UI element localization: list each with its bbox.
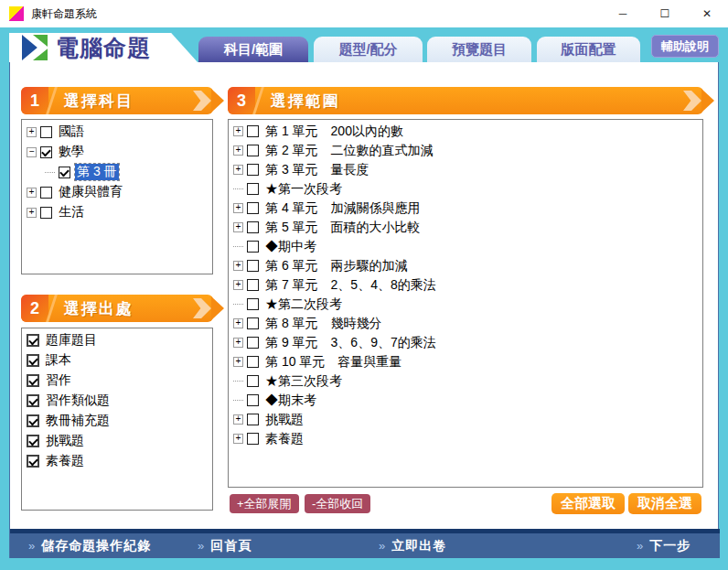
checkbox[interactable] <box>247 183 259 195</box>
tree-item[interactable]: +第 3 單元 量長度 <box>233 160 702 179</box>
expand-toggle-icon[interactable]: + <box>233 318 243 328</box>
deselect-all-button[interactable]: 取消全選 <box>628 493 701 514</box>
checkbox[interactable] <box>247 414 259 425</box>
checkbox[interactable] <box>27 354 39 367</box>
tree-item[interactable]: +素養題 <box>233 429 702 448</box>
check-item[interactable]: 挑戰題 <box>27 431 212 451</box>
item-label[interactable]: 教冊補充題 <box>44 413 112 429</box>
check-item[interactable]: 教冊補充題 <box>27 411 212 431</box>
item-label[interactable]: 國語 <box>57 124 86 140</box>
checkbox[interactable] <box>27 455 39 468</box>
collapse-all-button[interactable]: -全部收回 <box>305 494 370 513</box>
tree-item[interactable]: +挑戰題 <box>233 410 702 429</box>
item-label[interactable]: ◆期末考 <box>263 393 318 409</box>
expand-toggle-icon[interactable]: + <box>233 165 243 175</box>
tree-item[interactable]: +生活 <box>27 202 212 222</box>
expand-toggle-icon[interactable]: + <box>27 127 37 137</box>
checkbox[interactable] <box>27 394 39 407</box>
next-step-link[interactable]: »下一步 <box>637 533 691 558</box>
item-label[interactable]: 第 9 單元 3、6、9、7的乘法 <box>263 335 438 351</box>
expand-toggle-icon[interactable]: + <box>233 338 243 348</box>
generate-now-link[interactable]: »立即出卷 <box>379 533 446 558</box>
item-label[interactable]: 第 1 單元 200以內的數 <box>263 124 405 140</box>
checkbox[interactable] <box>247 260 259 272</box>
item-label[interactable]: 健康與體育 <box>57 184 124 200</box>
item-label[interactable]: 習作 <box>44 372 73 389</box>
tree-item[interactable]: 第 3 冊 <box>45 162 212 182</box>
item-label[interactable]: 第 4 單元 加減關係與應用 <box>263 200 423 217</box>
save-record-link[interactable]: »儲存命題操作紀錄 <box>28 533 151 558</box>
checkbox[interactable] <box>40 146 52 158</box>
tree-item[interactable]: ★第三次段考 <box>233 371 702 391</box>
expand-toggle-icon[interactable]: + <box>27 188 37 198</box>
checkbox[interactable] <box>247 356 259 368</box>
item-label[interactable]: 素養題 <box>44 453 86 469</box>
checkbox[interactable] <box>40 126 52 138</box>
checkbox[interactable] <box>247 125 259 137</box>
checkbox[interactable] <box>247 221 259 233</box>
checkbox[interactable] <box>247 317 259 329</box>
tree-item[interactable]: ◆期末考 <box>233 391 702 410</box>
checkbox[interactable] <box>247 164 259 176</box>
checkbox[interactable] <box>40 187 52 199</box>
item-label[interactable]: 第 3 冊 <box>75 164 119 180</box>
checkbox[interactable] <box>247 145 259 156</box>
item-label[interactable]: 第 5 單元 面積的大小比較 <box>263 220 423 236</box>
tree-item[interactable]: +健康與體育 <box>27 182 212 202</box>
tab-subject-range[interactable]: 科目/範圍 <box>198 37 308 62</box>
tree-item[interactable]: +第 7 單元 2、5、4、8的乘法 <box>233 275 702 295</box>
tree-item[interactable]: +第 8 單元 幾時幾分 <box>233 314 702 333</box>
item-label[interactable]: 挑戰題 <box>263 412 305 428</box>
tree-item[interactable]: ◆期中考 <box>233 237 702 256</box>
expand-toggle-icon[interactable]: + <box>233 434 243 444</box>
expand-toggle-icon[interactable]: − <box>27 147 37 157</box>
tree-item[interactable]: +第 6 單元 兩步驟的加減 <box>233 256 702 275</box>
expand-toggle-icon[interactable]: + <box>233 280 243 290</box>
item-label[interactable]: 題庫題目 <box>44 332 99 349</box>
check-item[interactable]: 課本 <box>27 350 212 371</box>
checkbox[interactable] <box>247 298 259 310</box>
checkbox[interactable] <box>247 279 259 291</box>
tab-layout[interactable]: 版面配置 <box>537 37 640 62</box>
item-label[interactable]: 第 6 單元 兩步驟的加減 <box>263 258 410 274</box>
tab-preview[interactable]: 預覽題目 <box>427 37 531 62</box>
item-label[interactable]: ◆期中考 <box>263 239 318 255</box>
close-button[interactable]: ✕ <box>686 0 728 27</box>
expand-toggle-icon[interactable]: + <box>233 203 243 213</box>
checkbox[interactable] <box>27 374 39 387</box>
checkbox[interactable] <box>247 394 259 406</box>
checkbox[interactable] <box>27 334 39 347</box>
tree-item[interactable]: ★第二次段考 <box>233 295 702 314</box>
help-button[interactable]: 輔助說明 <box>651 35 719 58</box>
tab-question-type[interactable]: 題型/配分 <box>314 37 423 62</box>
item-label[interactable]: 數學 <box>57 144 86 160</box>
tree-item[interactable]: +國語 <box>27 122 212 142</box>
minimize-button[interactable]: ─ <box>602 0 644 27</box>
maximize-button[interactable]: ☐ <box>644 0 686 27</box>
check-item[interactable]: 習作類似題 <box>27 391 212 411</box>
checkbox[interactable] <box>247 202 259 214</box>
tree-item[interactable]: +第 4 單元 加減關係與應用 <box>233 199 702 218</box>
tree-item[interactable]: ★第一次段考 <box>233 179 702 199</box>
checkbox[interactable] <box>40 207 52 219</box>
tree-item[interactable]: +第 1 單元 200以內的數 <box>233 122 702 141</box>
check-item[interactable]: 習作 <box>27 371 212 391</box>
home-link[interactable]: »回首頁 <box>198 533 252 558</box>
item-label[interactable]: 第 8 單元 幾時幾分 <box>263 316 384 332</box>
checkbox[interactable] <box>27 435 39 447</box>
item-label[interactable]: ★第二次段考 <box>263 296 344 313</box>
checkbox[interactable] <box>247 241 259 253</box>
item-label[interactable]: 生活 <box>57 204 86 220</box>
tree-item[interactable]: −數學 <box>27 142 212 162</box>
tree-item[interactable]: +第 9 單元 3、6、9、7的乘法 <box>233 333 702 352</box>
checkbox[interactable] <box>59 167 70 178</box>
tree-item[interactable]: +第 10 單元 容量與重量 <box>233 352 702 371</box>
expand-toggle-icon[interactable]: + <box>233 222 243 232</box>
expand-toggle-icon[interactable]: + <box>233 145 243 156</box>
item-label[interactable]: 課本 <box>44 352 73 369</box>
item-label[interactable]: ★第三次段考 <box>263 373 344 390</box>
expand-toggle-icon[interactable]: + <box>233 357 243 367</box>
check-item[interactable]: 題庫題目 <box>27 330 212 350</box>
select-all-button[interactable]: 全部選取 <box>551 493 625 514</box>
item-label[interactable]: 挑戰題 <box>44 433 86 449</box>
